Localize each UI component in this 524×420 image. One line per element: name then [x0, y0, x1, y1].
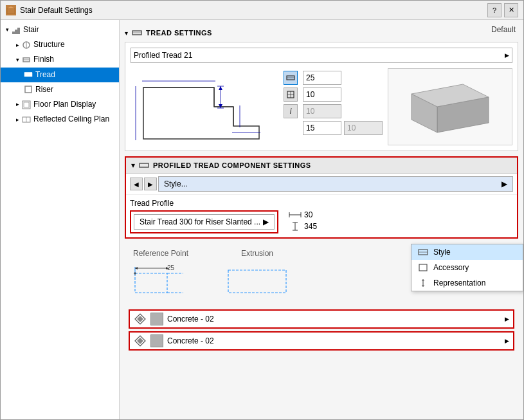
- dropdown-item-accessory[interactable]: Accessory: [411, 260, 523, 275]
- svg-rect-57: [228, 270, 286, 293]
- sidebar-item-structure[interactable]: ▸ Structure: [1, 37, 119, 52]
- tread-profile-label: Tread Profile: [130, 199, 513, 208]
- dropdown-item-representation[interactable]: Representation: [411, 275, 523, 291]
- tread-settings-header: ▾ TREAD SETTINGS: [125, 28, 518, 38]
- main-window: Stair Default Settings ? ✕ ▾ Stair ▸: [0, 0, 524, 420]
- dropdown-label-style: Style: [433, 248, 451, 257]
- representation-menu-icon: [418, 278, 428, 288]
- dim-row-1: 30: [289, 210, 317, 219]
- app-icon: [6, 5, 16, 15]
- material-row-2[interactable]: Concrete - 02 ▶: [129, 331, 514, 351]
- svg-text:25: 25: [167, 264, 175, 271]
- extrusion-svg: [219, 260, 296, 299]
- value-input-1[interactable]: [303, 71, 341, 85]
- tread-main-area: i: [131, 68, 512, 145]
- profiled-tread-arrow: ▶: [505, 52, 509, 59]
- svg-marker-29: [219, 86, 222, 90]
- style-dropdown-arrow: ▶: [501, 179, 507, 188]
- sidebar-label-finish: Finish: [33, 53, 54, 66]
- component-settings: ▾ PROFILED TREAD COMPONENT SETTINGS ◀ ▶ …: [125, 156, 518, 239]
- value-input-4[interactable]: [303, 121, 341, 135]
- nav-next[interactable]: ▶: [144, 178, 157, 190]
- extrusion-section: Extrusion: [219, 249, 296, 299]
- nav-prev[interactable]: ◀: [130, 178, 143, 190]
- rcp-chevron: ▸: [16, 115, 19, 124]
- material-name-1: Concrete - 02: [167, 315, 501, 324]
- svg-rect-60: [419, 264, 427, 271]
- riser-icon: [24, 85, 33, 94]
- tread-side-icons: i: [284, 68, 298, 145]
- value-row-2: [303, 87, 383, 102]
- default-label: Default: [491, 25, 516, 34]
- tread-settings-title: TREAD SETTINGS: [146, 29, 212, 37]
- tread-diagram: [131, 68, 278, 145]
- value-row-3: [303, 104, 383, 118]
- component-collapse[interactable]: ▾: [131, 161, 135, 170]
- floorplan-icon: [22, 100, 31, 109]
- component-icon: [139, 160, 149, 170]
- tread-profile-left: Stair Tread 300 for Riser Slanted ... ▶: [130, 210, 278, 233]
- view-btn-2[interactable]: [284, 87, 298, 102]
- style-menu-icon: [418, 248, 428, 257]
- tread-icon: [24, 70, 33, 79]
- svg-rect-4: [17, 28, 20, 34]
- tread-profile-button[interactable]: Stair Tread 300 for Riser Slanted ... ▶: [134, 214, 275, 230]
- structure-icon: [22, 41, 31, 50]
- sidebar-item-finish[interactable]: ▾ Finish: [1, 52, 119, 67]
- help-button[interactable]: ?: [487, 3, 501, 17]
- sidebar-item-riser[interactable]: Riser: [1, 82, 119, 97]
- svg-rect-9: [24, 73, 32, 77]
- view-btn-1[interactable]: [284, 71, 298, 85]
- ref-point-svg: 25: [129, 260, 193, 299]
- material-row-1[interactable]: Concrete - 02 ▶: [129, 309, 514, 329]
- value-input-2[interactable]: [303, 87, 341, 102]
- svg-rect-47: [135, 273, 167, 293]
- right-panel: Default ▾ TREAD SETTINGS Profiled Tread …: [120, 20, 523, 419]
- profiled-tread-row: Profiled Tread 21 ▶: [131, 48, 512, 63]
- dropdown-item-style[interactable]: Style: [411, 244, 523, 260]
- profiled-tread-select[interactable]: Profiled Tread 21 ▶: [131, 48, 512, 63]
- profiled-tread-value: Profiled Tread 21: [134, 51, 192, 60]
- title-bar-controls: ? ✕: [487, 3, 518, 17]
- tread-profile-right: 30 345: [289, 210, 317, 231]
- info-btn[interactable]: i: [284, 104, 298, 118]
- material-rows: Concrete - 02 ▶ Concrete - 02 ▶: [125, 307, 518, 353]
- style-dropdown[interactable]: Style... ▶: [158, 176, 513, 192]
- svg-marker-30: [219, 104, 222, 108]
- sidebar-label-structure: Structure: [33, 39, 65, 51]
- tread-settings-collapse[interactable]: ▾: [125, 30, 128, 37]
- dim2-value: 345: [304, 222, 317, 231]
- tread-profile-inner: Stair Tread 300 for Riser Slanted ... ▶: [130, 210, 513, 233]
- tread-profile-section: Tread Profile Stair Tread 300 for Riser …: [126, 194, 517, 237]
- tread-diagram-svg: [131, 68, 272, 152]
- material-swatch-2: [150, 334, 163, 347]
- close-button[interactable]: ✕: [504, 3, 518, 17]
- dropdown-label-representation: Representation: [433, 278, 485, 288]
- finish-icon: [22, 55, 31, 64]
- tread-3d-preview: [388, 68, 512, 145]
- material-swatch-1: [150, 313, 163, 325]
- stair-icon: [12, 26, 21, 35]
- dim-icon-2: [289, 222, 302, 231]
- svg-rect-13: [24, 102, 29, 107]
- tread-settings-icon: [132, 28, 142, 38]
- sidebar-item-floorplan[interactable]: ▸ Floor Plan Display: [1, 97, 119, 112]
- svg-marker-1: [7, 6, 15, 8]
- component-header: ▾ PROFILED TREAD COMPONENT SETTINGS: [126, 158, 517, 174]
- dim-icon-1: [289, 210, 302, 219]
- sidebar-item-rcp[interactable]: ▸ Reflected Ceiling Plan: [1, 112, 119, 127]
- tread-settings-box: Profiled Tread 21 ▶: [125, 42, 518, 151]
- sidebar-label-stair: Stair: [23, 24, 39, 36]
- value-input-5: [344, 121, 383, 135]
- sidebar-label-floorplan: Floor Plan Display: [33, 98, 96, 111]
- material-arrow-1: ▶: [505, 316, 509, 322]
- sidebar-item-tread[interactable]: Tread: [1, 68, 119, 82]
- ref-label: Reference Point: [133, 249, 188, 258]
- tread-values: [303, 68, 383, 145]
- tread-profile-btn-arrow: ▶: [263, 217, 269, 226]
- sidebar-item-stair[interactable]: ▾ Stair: [1, 23, 119, 37]
- rcp-icon: [22, 115, 31, 124]
- structure-chevron: ▸: [16, 41, 19, 50]
- dropdown-label-accessory: Accessory: [433, 263, 469, 272]
- component-nav: ◀ ▶ Style... ▶: [126, 174, 517, 194]
